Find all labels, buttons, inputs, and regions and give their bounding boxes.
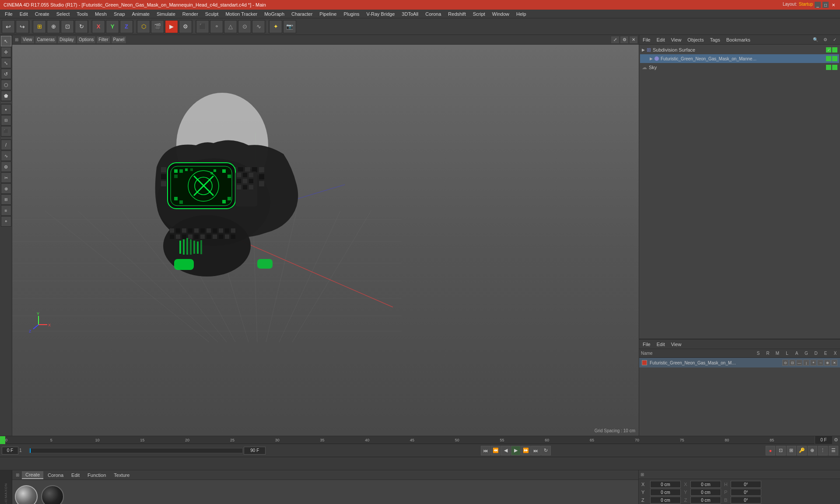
vp-settings-btn[interactable]: ⚙	[620, 36, 629, 44]
go-to-start-button[interactable]: ⏮	[481, 446, 490, 455]
rotate-tool-left[interactable]: ↺	[1, 69, 11, 79]
rotate-tool-button[interactable]: ↻	[75, 20, 88, 33]
coord-z-rot[interactable]	[731, 497, 761, 504]
mat-btn-5[interactable]: ⌖	[810, 360, 816, 366]
menu-item-sculpt[interactable]: Sculpt	[202, 10, 222, 18]
timeline-list-button[interactable]: ☰	[829, 446, 838, 455]
render-button[interactable]: ▶	[165, 20, 178, 33]
move-tool-left[interactable]: ✛	[1, 47, 11, 57]
menu-item-edit[interactable]: Edit	[17, 10, 31, 18]
auto-key-button[interactable]: ⊞	[787, 446, 796, 455]
object-mode-button[interactable]: ⬡	[137, 20, 150, 33]
obj-settings-icon[interactable]: ⚙	[822, 36, 829, 43]
texture-tool-left[interactable]: ⬟	[1, 91, 11, 101]
timeline-ruler-marks[interactable]: 051015202530354045505560657075808590	[5, 436, 815, 444]
material-futuristic-preview[interactable]	[41, 485, 64, 504]
timeline-options-button[interactable]: ⋮	[818, 446, 828, 455]
vp-cameras-btn[interactable]: Cameras	[35, 36, 57, 44]
mat-btn-8[interactable]: ✕	[831, 360, 837, 366]
obj-search-icon[interactable]: 🔍	[812, 36, 819, 43]
menu-item-window[interactable]: Window	[489, 10, 512, 18]
obj-sky-vis-editor[interactable]	[826, 65, 831, 70]
menu-item-simulate[interactable]: Simulate	[154, 10, 178, 18]
play-button[interactable]: ▶	[511, 446, 521, 455]
coord-y-size[interactable]	[690, 489, 721, 496]
coord-z-pos[interactable]	[650, 497, 681, 504]
step-back-button[interactable]: ⏪	[491, 446, 500, 455]
obj-manager-view[interactable]: View	[669, 37, 683, 43]
tab-edit[interactable]: Edit	[68, 472, 83, 479]
spline-tool-left[interactable]: ∿	[1, 150, 11, 161]
menu-item-render[interactable]: Render	[179, 10, 201, 18]
menu-item-tools[interactable]: Tools	[74, 10, 91, 18]
vp-options-btn[interactable]: Options	[77, 36, 96, 44]
vp-maximize-btn[interactable]: ⤢	[611, 36, 620, 44]
maximize-button[interactable]: □	[822, 2, 829, 8]
live-select-button[interactable]: ⊞	[33, 20, 46, 33]
scale-tool-left[interactable]: ⤡	[1, 58, 11, 68]
vp-panel-btn[interactable]: Panel	[111, 36, 127, 44]
cylinder-tool-button[interactable]: ⊙	[238, 20, 251, 33]
mat-btn-7[interactable]: ⊕	[824, 360, 830, 366]
obj-mask-vis-render[interactable]	[832, 56, 837, 61]
coord-x-rot[interactable]	[731, 481, 761, 488]
go-to-end-button[interactable]: ⏭	[531, 446, 541, 455]
obj-visibility-render[interactable]	[832, 47, 837, 52]
object-tool-left[interactable]: ⬡	[1, 80, 11, 90]
attr-edit-btn[interactable]: Edit	[655, 341, 667, 347]
current-frame-input[interactable]	[2, 447, 18, 455]
spline-tool-button[interactable]: ∿	[252, 20, 265, 33]
obj-futuristic-mask[interactable]: ▶ Futuristic_Green_Neon_Gas_Mask_on_Mann…	[640, 54, 839, 63]
attr-view-btn[interactable]: View	[669, 341, 683, 347]
obj-visibility-editor[interactable]: ✓	[826, 47, 831, 52]
menu-item-character[interactable]: Character	[288, 10, 315, 18]
menu-item-redshift[interactable]: Redshift	[445, 10, 469, 18]
obj-manager-bookmarks[interactable]: Bookmarks	[724, 37, 752, 43]
menu-item-animate[interactable]: Animate	[129, 10, 153, 18]
x-axis-button[interactable]: X	[92, 20, 105, 33]
coord-y-pos[interactable]	[650, 489, 681, 496]
timeline-settings-icon[interactable]: ⚙	[832, 436, 840, 444]
y-axis-button[interactable]: Y	[106, 20, 119, 33]
attr-file-btn[interactable]: File	[641, 341, 652, 347]
sphere-tool-button[interactable]: ⚬	[210, 20, 223, 33]
menu-item-select[interactable]: Select	[53, 10, 73, 18]
menu-item-pipeline[interactable]: Pipeline	[316, 10, 340, 18]
menu-item-v-ray bridge[interactable]: V-Ray Bridge	[364, 10, 398, 18]
vp-close-btn[interactable]: ✕	[629, 36, 638, 44]
menu-item-corona[interactable]: Corona	[422, 10, 444, 18]
line-tool-left[interactable]: /	[1, 140, 11, 150]
material-mannequin-preview[interactable]	[15, 485, 38, 504]
coord-x-pos[interactable]	[650, 481, 681, 488]
material-item-mask[interactable]: Futuristic_Green_Neon_Gas_Mask_on_Manneq…	[639, 358, 840, 368]
obj-manager-objects[interactable]: Objects	[686, 37, 705, 43]
obj-check-icon[interactable]: ✓	[831, 36, 838, 43]
cone-tool-button[interactable]: △	[224, 20, 237, 33]
points-mode-left[interactable]: ●	[1, 104, 11, 115]
anim-settings-button[interactable]: ⊕	[808, 446, 817, 455]
cube-tool-button[interactable]: ⬛	[196, 20, 209, 33]
render-view-button[interactable]: 🎬	[151, 20, 164, 33]
menu-item-snap[interactable]: Snap	[111, 10, 128, 18]
menu-item-motion tracker[interactable]: Motion Tracker	[222, 10, 260, 18]
mat-btn-3[interactable]: —	[796, 360, 802, 366]
obj-subdivision-surface[interactable]: ▶ ⊞ Subdivision Surface ✓	[640, 46, 839, 54]
bevel-tool-left[interactable]: ⊞	[1, 194, 11, 205]
coord-x-size[interactable]	[690, 481, 721, 488]
record-start-button[interactable]: ●	[766, 446, 775, 455]
obj-manager-edit[interactable]: Edit	[655, 37, 667, 43]
menu-item-mesh[interactable]: Mesh	[92, 10, 110, 18]
mat-btn-4[interactable]: |	[803, 360, 809, 366]
move-tool-button[interactable]: ⊕	[47, 20, 60, 33]
light-tool-button[interactable]: ✦	[269, 20, 282, 33]
minimize-button[interactable]: _	[815, 2, 821, 8]
menu-item-3dtoall[interactable]: 3DToAll	[399, 10, 421, 18]
coord-z-size[interactable]	[690, 497, 721, 504]
step-forward-button[interactable]: ⏩	[521, 446, 531, 455]
bridge-tool-left[interactable]: ≡	[1, 205, 11, 216]
vp-filter-btn[interactable]: Filter	[96, 36, 110, 44]
edges-mode-left[interactable]: ⊟	[1, 115, 11, 126]
scale-tool-button[interactable]: ⊡	[61, 20, 74, 33]
timeline-scrubber[interactable]	[29, 448, 243, 453]
undo-button[interactable]: ↩	[2, 20, 15, 33]
